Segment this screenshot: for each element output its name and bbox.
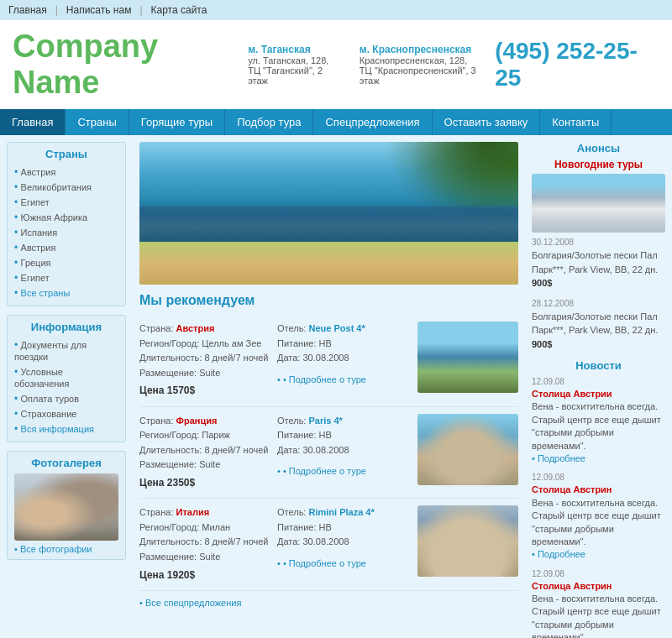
all-countries-link[interactable]: Все страны — [14, 285, 118, 301]
countries-section: Страны Австрия Великобритания Египет Южн… — [7, 142, 126, 306]
right-sidebar: Анонсы Новогодние туры 30.12.2008 Болгар… — [525, 135, 672, 638]
tour1-details-link[interactable]: • Подробнее о туре — [277, 374, 366, 384]
all-info-link[interactable]: Вся информация — [14, 421, 118, 437]
tour2-hotel: Отель: Paris 4* — [277, 414, 411, 429]
header-addresses: м. Таганская ул. Таганская, 128, ТЦ "Таг… — [248, 44, 495, 86]
list-item[interactable]: Страхование — [14, 406, 118, 421]
tour1-duration: Длительность: 8 дней/7 ночей — [139, 351, 273, 366]
news-item-1: 12.09.08 Столица Австрии Вена - восхитит… — [532, 376, 665, 465]
news-body-2: Вена - восхитительна всегда. Старый цент… — [532, 497, 665, 549]
list-item[interactable]: Испания — [14, 225, 118, 240]
address-krasnopresenskaya: м. Краснопресненская Краснопресненская, … — [360, 44, 495, 86]
list-item[interactable]: Документы для поездки — [14, 337, 118, 364]
nav-home[interactable]: Главная — [8, 4, 47, 16]
list-item[interactable]: Австрия — [14, 240, 118, 255]
tour-info-2: Страна: Франция Регион/Город: Париж Длит… — [139, 414, 411, 492]
list-item[interactable]: Австрия — [14, 165, 118, 180]
news-date-2: 12.09.08 — [532, 472, 665, 484]
announces-title: Анонсы — [532, 142, 665, 154]
nav-sitemap[interactable]: Карта сайта — [151, 4, 207, 16]
tour-card-1: Страна: Австрия Регион/Город: Целль ам З… — [139, 315, 518, 407]
tour2-room: Размещение: Suite — [139, 458, 273, 473]
left-sidebar: Страны Австрия Великобритания Египет Южн… — [0, 135, 133, 638]
tour3-meal: Питание: НВ — [277, 520, 411, 536]
news-date-3: 12.09.08 — [532, 568, 665, 580]
metro-taganskaya: м. Таганская — [248, 44, 343, 55]
nav-podbor[interactable]: Подбор тура — [225, 109, 313, 135]
tour2-date: Дата: 30.08.2008 — [277, 443, 411, 458]
info-list: Документы для поездки Условные обозначен… — [14, 337, 118, 437]
news-date-1: 12.09.08 — [532, 376, 665, 388]
tour2-region: Регион/Город: Париж — [139, 428, 273, 443]
tour1-date: Дата: 30.08.2008 — [277, 351, 411, 366]
list-item[interactable]: Южная Африка — [14, 210, 118, 225]
company-name: Company Name — [13, 29, 248, 101]
announce-image — [532, 174, 665, 233]
addr2-line2: ТЦ "Краснопресненский", 3 этаж — [360, 65, 495, 86]
gallery-section: Фотогалерея Все фотографии — [7, 451, 126, 560]
addr1-line2: ТЦ "Таганский", 2 этаж — [248, 65, 343, 86]
tour1-meal: Питание: НВ — [277, 337, 411, 352]
tour3-hotel: Отель: Rimini Plaza 4* — [277, 505, 411, 520]
tour2-details-link[interactable]: • Подробнее о туре — [277, 466, 366, 476]
info-section: Информация Документы для поездки Условны… — [7, 315, 126, 442]
news-body-1: Вена - восхитительна всегда. Старый цент… — [532, 400, 665, 452]
tour2-image — [417, 414, 518, 485]
list-item[interactable]: Египет — [14, 195, 118, 210]
tour1-price: Цена 1570$ — [139, 383, 273, 399]
news-headline-2: Столица Австрин — [532, 484, 665, 496]
list-item[interactable]: Египет — [14, 270, 118, 285]
list-item[interactable]: Греция — [14, 255, 118, 270]
announce-price-1: 900$ — [532, 276, 665, 290]
announce-date-1: 30.12.2008 — [532, 236, 665, 248]
announces-section: Анонсы Новогодние туры 30.12.2008 Болгар… — [532, 142, 665, 351]
nav-strany[interactable]: Страны — [66, 109, 129, 135]
info-title: Информация — [14, 321, 118, 333]
addr1-line1: ул. Таганская, 128, — [248, 55, 343, 65]
all-special[interactable]: Все спецпредложения — [139, 598, 518, 608]
news-item-3: 12.09.08 Столица Австрин Вена - восхитит… — [532, 568, 665, 638]
tour-card-3: Страна: Италия Регион/Город: Милан Длите… — [139, 499, 518, 591]
recommendations: Мы рекомендуем Страна: Австрия Регион/Го… — [139, 293, 518, 608]
news-more-1[interactable]: Подробнее — [532, 453, 585, 463]
address-taganskaya: м. Таганская ул. Таганская, 128, ТЦ "Таг… — [248, 44, 343, 86]
tour3-date: Дата: 30.08.2008 — [277, 535, 411, 550]
tour2-duration: Длительность: 8 дней/7 ночей — [139, 443, 273, 458]
tour3-duration: Длительность: 8 дней/7 ночей — [139, 535, 273, 550]
header: Company Name м. Таганская ул. Таганская,… — [0, 20, 672, 109]
tour3-room: Размещение: Suite — [139, 550, 273, 565]
news-headline-1: Столица Австрии — [532, 388, 665, 400]
all-photos-link[interactable]: Все фотографии — [14, 544, 118, 554]
metro-krasnopresenskaya: м. Краснопресненская — [360, 44, 495, 55]
tour-info-1: Страна: Австрия Регион/Город: Целль ам З… — [139, 322, 411, 400]
news-more-2[interactable]: Подробнее — [532, 549, 585, 559]
tour3-country: Страна: Италия — [139, 505, 273, 520]
countries-list: Австрия Великобритания Египет Южная Афри… — [14, 165, 118, 301]
hero-image — [139, 142, 518, 285]
main-content: Мы рекомендуем Страна: Австрия Регион/Го… — [133, 135, 525, 638]
tour3-price: Цена 1920$ — [139, 567, 273, 583]
tour3-image — [417, 505, 518, 577]
countries-title: Страны — [14, 148, 118, 160]
tour3-details-link[interactable]: • Подробнее о туре — [277, 558, 366, 568]
tour-card-2: Страна: Франция Регион/Город: Париж Длит… — [139, 407, 518, 499]
top-navigation: Главная | Написать нам | Карта сайта — [0, 0, 672, 20]
nav-goryashchie[interactable]: Горящие туры — [129, 109, 225, 135]
nav-zayavka[interactable]: Оставить заявку — [433, 109, 541, 135]
gallery-title: Фотогалерея — [14, 457, 118, 469]
nav-glavnaya[interactable]: Главная — [0, 109, 66, 135]
nav-contact[interactable]: Написать нам — [66, 4, 132, 16]
tour2-country: Страна: Франция — [139, 414, 273, 429]
announce-text-2: Болгария/Золотые пески Пал Парк***, Park… — [532, 310, 665, 337]
content-area: Страны Австрия Великобритания Египет Южн… — [0, 135, 672, 638]
announce-price-2: 900$ — [532, 337, 665, 352]
announce-date-2: 28.12.2008 — [532, 297, 665, 310]
list-item[interactable]: Условные обозначения — [14, 364, 118, 391]
list-item[interactable]: Оплата туров — [14, 391, 118, 406]
main-navigation: Главная Страны Горящие туры Подбор тура … — [0, 109, 672, 135]
news-title: Новости — [532, 359, 665, 372]
nav-spets[interactable]: Спецпредложения — [313, 109, 432, 135]
announce-item-2: 28.12.2008 Болгария/Золотые пески Пал Па… — [532, 297, 665, 352]
list-item[interactable]: Великобритания — [14, 180, 118, 195]
nav-kontakty[interactable]: Контакты — [540, 109, 612, 135]
